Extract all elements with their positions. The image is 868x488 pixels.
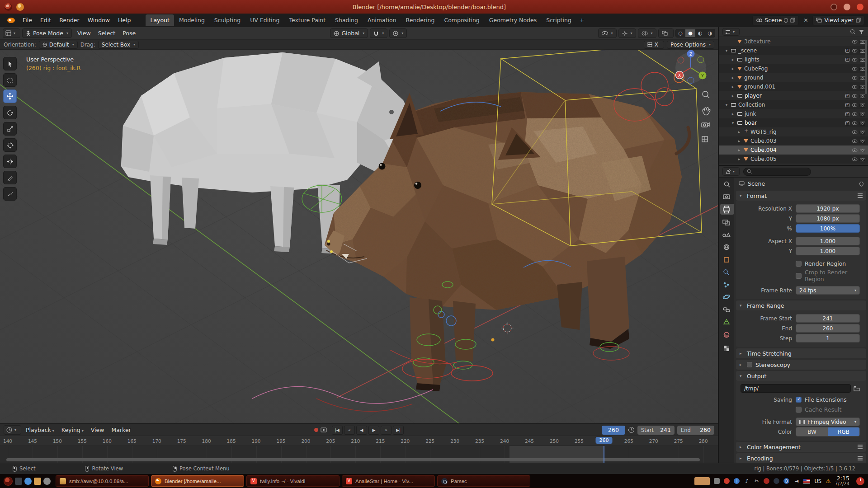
- record-icon[interactable]: [314, 428, 318, 432]
- new-viewlayer-icon[interactable]: [856, 18, 861, 23]
- item-name[interactable]: 3dtexture: [744, 38, 849, 45]
- disable-render-camera-icon[interactable]: [860, 121, 865, 125]
- rotate-tool-button[interactable]: [3, 106, 17, 119]
- timeline-menu-item[interactable]: Marker▾: [108, 425, 135, 435]
- outliner-row[interactable]: ▸ Cube.005: [719, 155, 868, 164]
- frame-range-panel-header[interactable]: ▾Frame Range: [736, 300, 866, 310]
- capture-screen-icon[interactable]: [321, 427, 327, 433]
- warning-icon[interactable]: ⚠: [826, 478, 831, 484]
- properties-search-input[interactable]: [743, 168, 811, 176]
- playhead[interactable]: [604, 446, 604, 463]
- tab-modifiers[interactable]: [724, 270, 729, 275]
- expand-arrow-icon[interactable]: ▾: [731, 121, 735, 125]
- expand-arrow-icon[interactable]: ▸: [731, 94, 735, 98]
- tab-tool[interactable]: [725, 182, 730, 188]
- workspace-tab[interactable]: Scripting: [542, 14, 576, 26]
- workspace-tab[interactable]: Rendering: [401, 14, 439, 26]
- hide-eye-icon[interactable]: [852, 112, 858, 116]
- file-format-dropdown[interactable]: FFmpeg Video: [796, 418, 860, 426]
- item-name[interactable]: _scene: [738, 47, 843, 54]
- workspace-tab[interactable]: Layout: [146, 14, 174, 26]
- tray-icon[interactable]: [694, 477, 710, 485]
- select-box-tool-button[interactable]: [3, 73, 17, 87]
- scale-tool-button[interactable]: [3, 122, 17, 136]
- hide-eye-icon[interactable]: [852, 130, 858, 134]
- overlays-dropdown[interactable]: [638, 28, 656, 38]
- keyboard-layout[interactable]: US: [814, 478, 821, 484]
- playhead-frame-badge[interactable]: 260: [596, 437, 613, 444]
- pose-options-dropdown[interactable]: Pose Options: [667, 41, 714, 49]
- transform-tool-button[interactable]: [3, 138, 17, 152]
- hide-eye-icon[interactable]: [852, 121, 858, 125]
- properties-panel[interactable]: ▾: [719, 166, 868, 463]
- launcher-app-icon[interactable]: [43, 478, 51, 485]
- time-stretching-panel-header[interactable]: ▸Time Stretching: [736, 348, 866, 358]
- menu-item[interactable]: File: [19, 15, 36, 25]
- hide-eye-icon[interactable]: [852, 49, 858, 53]
- transport-button[interactable]: »: [381, 426, 392, 435]
- item-name[interactable]: Cube.005: [750, 156, 849, 162]
- xray-toggle[interactable]: [658, 28, 674, 38]
- shading-solid-button[interactable]: ●: [685, 29, 695, 37]
- format-panel-header[interactable]: ▾Format: [736, 191, 866, 201]
- viewport-canvas[interactable]: Z Y X: [0, 50, 718, 423]
- crop-region-checkbox[interactable]: [796, 273, 802, 279]
- tab-object-data[interactable]: [724, 319, 729, 324]
- item-name[interactable]: player: [745, 93, 843, 99]
- stereoscopy-checkbox[interactable]: [747, 362, 752, 367]
- disable-render-camera-icon[interactable]: [860, 112, 865, 116]
- disable-render-camera-icon[interactable]: [860, 130, 865, 134]
- outliner-row[interactable]: ▾ _scene: [719, 46, 868, 55]
- file-extensions-checkbox[interactable]: [796, 397, 802, 403]
- tab-world[interactable]: [724, 245, 729, 250]
- expand-arrow-icon[interactable]: ▸: [731, 57, 735, 62]
- expand-arrow-icon[interactable]: ▸: [737, 157, 741, 161]
- expand-arrow-icon[interactable]: ▾: [724, 103, 729, 107]
- taskbar-window-button[interactable]: Blender [/home/amalie...: [151, 475, 244, 487]
- render-region-checkbox[interactable]: [796, 261, 802, 267]
- panel-options-icon[interactable]: [858, 446, 863, 447]
- breadcrumb-scene[interactable]: Scene: [748, 180, 765, 187]
- tray-icon[interactable]: [774, 478, 779, 484]
- item-name[interactable]: ground.001: [744, 84, 849, 90]
- tab-render[interactable]: [723, 195, 730, 199]
- outliner-row[interactable]: ▸ junk: [719, 109, 868, 118]
- launcher-files-icon[interactable]: [34, 478, 41, 485]
- timeline-scrollbar[interactable]: [6, 458, 700, 461]
- search-icon[interactable]: [850, 29, 856, 35]
- tab-particles[interactable]: [724, 282, 728, 287]
- tab-constraints[interactable]: [723, 308, 730, 312]
- viewport-menu-item[interactable]: View: [74, 28, 94, 38]
- workspace-tab[interactable]: Shading: [330, 14, 363, 26]
- outliner-row[interactable]: ▸ Cube.003: [719, 136, 868, 145]
- expand-arrow-icon[interactable]: ▸: [731, 66, 735, 71]
- collection-checkbox[interactable]: [845, 58, 849, 62]
- item-name[interactable]: boar: [745, 120, 843, 126]
- scene-selector[interactable]: Scene: [752, 15, 799, 25]
- resolution-x-field[interactable]: 1920 px: [796, 204, 860, 213]
- collection-checkbox[interactable]: [845, 103, 849, 107]
- open-folder-icon[interactable]: [854, 386, 860, 391]
- stereoscopy-panel-header[interactable]: ▸ Stereoscopy: [736, 360, 866, 370]
- window-menu-icon[interactable]: [5, 3, 12, 11]
- outliner-row[interactable]: ▸ lights: [719, 55, 868, 64]
- hide-eye-icon[interactable]: [852, 85, 858, 89]
- workspace-tab[interactable]: +: [576, 14, 587, 26]
- drag-dropdown[interactable]: Select Box: [98, 41, 139, 49]
- hide-eye-icon[interactable]: [852, 94, 858, 98]
- tray-icon[interactable]: ◄: [793, 478, 799, 484]
- tray-icon[interactable]: ✂: [754, 478, 760, 484]
- output-panel-header[interactable]: ▾Output: [736, 371, 866, 381]
- annotate-tool-button[interactable]: [3, 171, 17, 184]
- hide-eye-icon[interactable]: [852, 40, 858, 44]
- transform-orientation-dropdown[interactable]: Global: [330, 28, 368, 38]
- pin-icon[interactable]: [783, 17, 789, 23]
- panel-options-icon[interactable]: [858, 195, 863, 196]
- resolution-scale-slider[interactable]: 100%: [796, 224, 860, 233]
- workspace-tab[interactable]: Geometry Nodes: [485, 14, 541, 26]
- workspace-tab[interactable]: Modeling: [175, 14, 209, 26]
- disable-render-camera-icon[interactable]: [860, 94, 865, 98]
- collection-checkbox[interactable]: [845, 94, 849, 98]
- collection-checkbox[interactable]: [845, 121, 849, 125]
- expand-arrow-icon[interactable]: ▸: [731, 75, 735, 80]
